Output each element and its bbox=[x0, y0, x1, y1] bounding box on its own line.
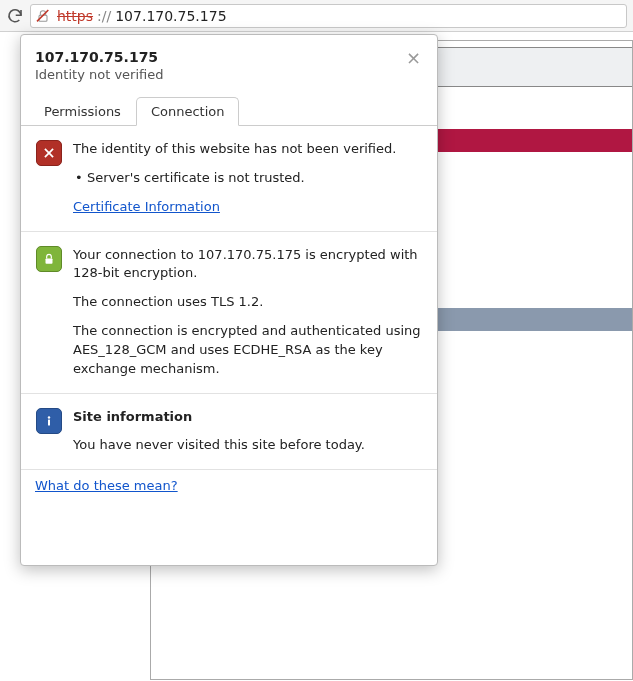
encryption-text-3: The connection is encrypted and authenti… bbox=[73, 322, 423, 379]
popover-host: 107.170.75.175 bbox=[35, 49, 404, 65]
identity-section: The identity of this website has not bee… bbox=[21, 126, 437, 232]
browser-toolbar: https://107.170.75.175 bbox=[0, 0, 633, 32]
reload-icon[interactable] bbox=[6, 7, 24, 25]
popover-subtitle: Identity not verified bbox=[35, 67, 404, 82]
identity-text: The identity of this website has not bee… bbox=[73, 140, 423, 159]
info-icon bbox=[36, 408, 62, 434]
site-info-heading: Site information bbox=[73, 408, 423, 427]
tab-connection[interactable]: Connection bbox=[136, 97, 240, 126]
svg-rect-4 bbox=[46, 258, 53, 263]
tab-permissions[interactable]: Permissions bbox=[29, 97, 136, 126]
svg-point-5 bbox=[48, 416, 50, 418]
page-info-popover: 107.170.75.175 Identity not verified × P… bbox=[20, 34, 438, 566]
url-separator: :// bbox=[97, 8, 111, 24]
certificate-info-link[interactable]: Certificate Information bbox=[73, 199, 220, 214]
what-do-these-mean-link[interactable]: What do these mean? bbox=[35, 478, 178, 493]
url-scheme: https bbox=[57, 8, 93, 24]
popover-tabs: Permissions Connection bbox=[21, 96, 437, 126]
svg-rect-6 bbox=[48, 419, 50, 425]
identity-bullet: Server's certificate is not trusted. bbox=[73, 169, 423, 188]
cert-warning-icon[interactable] bbox=[35, 8, 53, 24]
url-bar[interactable]: https://107.170.75.175 bbox=[30, 4, 627, 28]
warning-icon bbox=[36, 140, 62, 166]
lock-icon bbox=[36, 246, 62, 272]
site-info-body: You have never visited this site before … bbox=[73, 436, 423, 455]
encryption-section: Your connection to 107.170.75.175 is enc… bbox=[21, 232, 437, 394]
url-host: 107.170.75.175 bbox=[115, 8, 226, 24]
close-icon[interactable]: × bbox=[404, 49, 423, 67]
site-info-section: Site information You have never visited … bbox=[21, 394, 437, 471]
encryption-text-1: Your connection to 107.170.75.175 is enc… bbox=[73, 246, 423, 284]
encryption-text-2: The connection uses TLS 1.2. bbox=[73, 293, 423, 312]
